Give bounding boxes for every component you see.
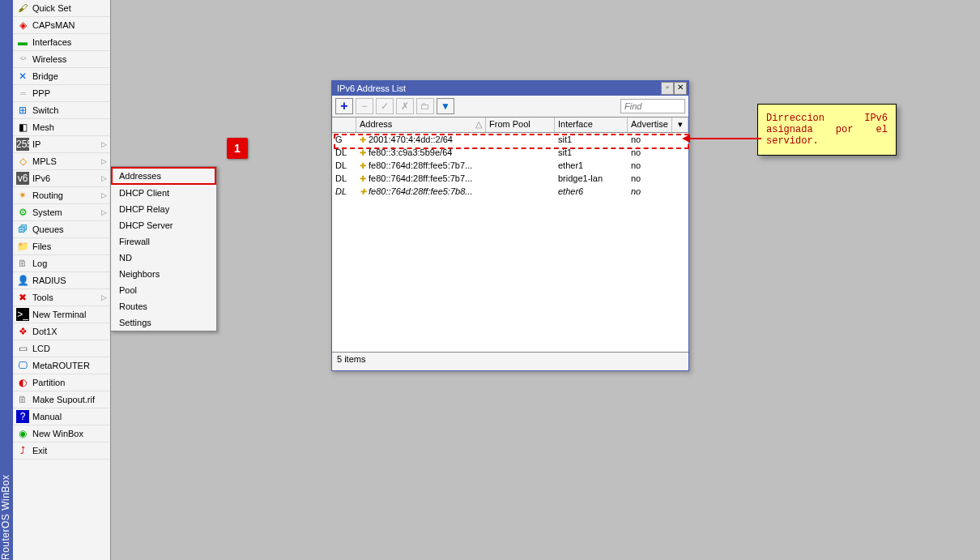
sidebar-item-capsman[interactable]: ◈CAPsMAN — [13, 17, 110, 34]
annotation-callout: Dirreccion IPv6 asignada por el servidor… — [757, 104, 897, 156]
address-row[interactable]: DL✚fe80::764d:28ff:fee5:7b7...bridge1-la… — [332, 172, 688, 185]
window-titlebar[interactable]: IPv6 Address List ▫ ✕ — [332, 81, 688, 96]
submenu-item-nd[interactable]: ND — [111, 250, 216, 266]
sidebar-item-label: Switch — [32, 105, 58, 115]
col-address[interactable]: Address△ — [356, 118, 486, 132]
sidebar: 🖌Quick Set◈CAPsMAN▬Interfaces⌔Wireless✕B… — [13, 0, 111, 560]
submenu-item-routes[interactable]: Routes — [111, 298, 216, 314]
sidebar-item-metarouter[interactable]: 🖵MetaROUTER — [13, 357, 110, 374]
cell-address: ✚fe80::764d:28ff:fee5:7b7... — [356, 173, 486, 183]
sidebar-item-label: New WinBox — [32, 429, 83, 438]
sidebar-item-make-supout-rif[interactable]: 🗎Make Supout.rif — [13, 391, 110, 408]
sidebar-item-mpls[interactable]: ◇MPLS▷ — [13, 153, 110, 170]
filter-button[interactable]: ▼ — [437, 98, 454, 114]
sidebar-item-manual[interactable]: ?Manual — [13, 408, 110, 425]
remove-button[interactable]: − — [356, 98, 373, 114]
sidebar-item-lcd[interactable]: ▭LCD — [13, 340, 110, 357]
sidebar-item-queues[interactable]: 🗊Queues — [13, 221, 110, 238]
enable-button[interactable]: ✓ — [376, 98, 394, 114]
rad-icon: 👤 — [16, 274, 29, 287]
sidebar-item-wireless[interactable]: ⌔Wireless — [13, 51, 110, 68]
sidebar-item-label: System — [32, 207, 62, 217]
sidebar-item-bridge[interactable]: ✕Bridge — [13, 68, 110, 85]
sidebar-item-routing[interactable]: ✴Routing▷ — [13, 187, 110, 204]
submenu-item-firewall[interactable]: Firewall — [111, 233, 216, 250]
sidebar-item-new-terminal[interactable]: >_New Terminal — [13, 306, 110, 323]
address-icon: ✚ — [360, 174, 366, 183]
sidebar-item-log[interactable]: 🗎Log — [13, 255, 110, 272]
sys-icon: ⚙ — [16, 206, 29, 219]
add-button[interactable]: + — [335, 98, 353, 114]
man-icon: ? — [16, 410, 29, 423]
window-title: IPv6 Address List — [337, 83, 406, 93]
col-from-pool[interactable]: From Pool — [486, 118, 555, 132]
ipv6-submenu: AddressesDHCP ClientDHCP RelayDHCP Serve… — [110, 166, 217, 331]
sidebar-item-new-winbox[interactable]: ◉New WinBox — [13, 425, 110, 442]
cell-flags: DL — [332, 160, 356, 170]
sidebar-item-label: Dot1X — [32, 327, 58, 336]
find-input[interactable] — [620, 99, 685, 113]
address-row[interactable]: DL✚fe80::764d:28ff:fee5:7b8...ether6no — [332, 185, 688, 198]
submenu-item-neighbors[interactable]: Neighbors — [111, 266, 216, 282]
sidebar-item-exit[interactable]: ⤴Exit — [13, 442, 110, 460]
submenu-item-dhcp-server[interactable]: DHCP Server — [111, 217, 216, 233]
mr-icon: 🖵 — [16, 359, 29, 372]
submenu-arrow-icon: ▷ — [101, 174, 107, 182]
comment-button[interactable]: 🗀 — [416, 98, 434, 114]
address-row[interactable]: G✚2001:470:4:4dd::2/64sit1no — [332, 133, 688, 146]
sidebar-item-partition[interactable]: ◐Partition — [13, 374, 110, 391]
grid-header: Address△ From Pool Interface Advertise ▾ — [332, 118, 688, 133]
window-close-button[interactable]: ✕ — [674, 82, 687, 95]
col-interface[interactable]: Interface — [555, 118, 628, 132]
sidebar-item-ip[interactable]: 255IP▷ — [13, 136, 110, 153]
cell-flags: DL — [332, 173, 356, 183]
ipv6-address-list-window: IPv6 Address List ▫ ✕ + − ✓ ✗ 🗀 ▼ Addres… — [331, 80, 689, 371]
sidebar-item-switch[interactable]: ⊞Switch — [13, 102, 110, 119]
submenu-item-addresses[interactable]: Addresses — [111, 167, 216, 185]
sidebar-item-label: New Terminal — [32, 310, 86, 319]
fl-icon: 📁 — [16, 240, 29, 253]
submenu-item-dhcp-client[interactable]: DHCP Client — [111, 185, 216, 201]
mesh-icon: ◧ — [16, 121, 29, 134]
grid-body[interactable]: G✚2001:470:4:4dd::2/64sit1noDL✚fe80::3:c… — [332, 133, 688, 352]
cell-address: ✚fe80::764d:28ff:fee5:7b7... — [356, 160, 486, 170]
ex-icon: ⤴ — [16, 444, 29, 457]
col-menu-dropdown[interactable]: ▾ — [672, 118, 688, 132]
address-row[interactable]: DL✚fe80::764d:28ff:fee5:7b7...ether1no — [332, 159, 688, 172]
ppp-icon: ⎓ — [16, 87, 29, 100]
sidebar-item-files[interactable]: 📁Files — [13, 238, 110, 255]
window-minimize-button[interactable]: ▫ — [661, 82, 674, 95]
cell-advertise: no — [628, 147, 672, 157]
sidebar-item-system[interactable]: ⚙System▷ — [13, 204, 110, 221]
sidebar-item-interfaces[interactable]: ▬Interfaces — [13, 34, 110, 51]
sidebar-item-label: MetaROUTER — [32, 361, 90, 370]
submenu-item-settings[interactable]: Settings — [111, 314, 216, 331]
disable-button[interactable]: ✗ — [396, 98, 414, 114]
sidebar-item-quick-set[interactable]: 🖌Quick Set — [13, 0, 110, 17]
sidebar-item-dot1x[interactable]: ❖Dot1X — [13, 323, 110, 340]
cell-interface: sit1 — [555, 135, 628, 144]
sidebar-item-ipv6[interactable]: v6IPv6▷ — [13, 170, 110, 187]
submenu-item-dhcp-relay[interactable]: DHCP Relay — [111, 201, 216, 217]
col-advertise[interactable]: Advertise — [628, 118, 672, 132]
sidebar-item-ppp[interactable]: ⎓PPP — [13, 85, 110, 102]
address-icon: ✚ — [360, 187, 366, 196]
address-icon: ✚ — [360, 135, 366, 144]
sidebar-item-label: IP — [32, 139, 40, 149]
address-row[interactable]: DL✚fe80::3:c9a3:5b9e/64sit1no — [332, 146, 688, 159]
sidebar-item-label: RADIUS — [32, 276, 66, 285]
lcd-icon: ▭ — [16, 342, 29, 355]
br-icon: ✕ — [16, 70, 29, 83]
toolbar: + − ✓ ✗ 🗀 ▼ — [332, 96, 688, 118]
sidebar-item-tools[interactable]: ✖Tools▷ — [13, 289, 110, 306]
cell-flags: G — [332, 135, 356, 144]
mpls-icon: ◇ — [16, 155, 29, 168]
sidebar-item-label: CAPsMAN — [32, 20, 75, 30]
submenu-item-pool[interactable]: Pool — [111, 282, 216, 298]
sidebar-item-label: Manual — [32, 412, 62, 421]
ipv6-icon: v6 — [16, 172, 29, 185]
sidebar-item-mesh[interactable]: ◧Mesh — [13, 119, 110, 136]
sidebar-item-radius[interactable]: 👤RADIUS — [13, 272, 110, 289]
col-flags[interactable] — [332, 118, 356, 132]
submenu-arrow-icon: ▷ — [101, 208, 107, 216]
